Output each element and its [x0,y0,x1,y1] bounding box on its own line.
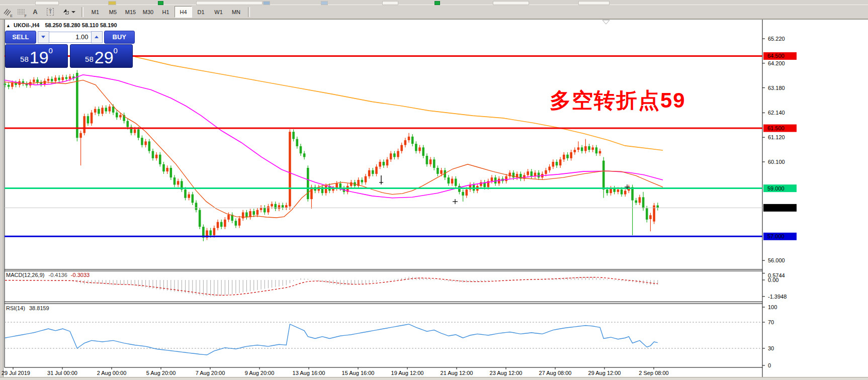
candle [87,114,90,126]
rsi-tick-label: 100 [768,304,777,310]
candle [375,164,378,176]
candle [635,198,637,205]
candle [390,151,392,162]
price-badge-label: 57.000 [767,233,785,239]
date-label: 21 Aug 12:00 [441,370,473,376]
price-badge-label: 59.000 [767,185,785,192]
candle [278,203,281,211]
candle [264,205,266,215]
symbol-arrow-icon: ▲ [6,23,11,28]
spinner-up-icon [95,36,99,38]
symbol-period-label: UKOil-,H4 [14,22,39,28]
candle [282,203,284,210]
rsi-value: 38.8159 [29,305,49,311]
candle [91,110,93,126]
price-tick-label: 63.180 [768,85,785,91]
date-label: 29 Jul 2019 [2,370,30,376]
rsi-name: RSI(14) [6,305,25,311]
sell-price-main: 19 [30,49,49,66]
candle [400,143,403,154]
price-axis[interactable]: 65.22064.20063.18062.14061.12060.10056.0… [762,36,797,368]
horizontal-lines-layer [5,56,762,237]
candle [170,165,172,180]
candle [192,192,194,205]
candle [292,129,295,141]
date-label: 31 Jul 00:00 [47,370,77,376]
candle [83,114,85,135]
candle [591,145,594,152]
macd-panel [5,276,658,296]
candle [613,186,616,195]
candle [494,175,497,186]
date-label: 13 Aug 16:00 [293,370,325,376]
candle [383,159,385,168]
ohlc-values: 58.250 58.280 58.110 58.190 [45,22,117,28]
candle [357,177,360,188]
rsi-line [5,324,658,355]
window-bottom-strip [0,377,868,380]
candle [40,80,42,86]
buy-price-prefix: 58 [85,53,94,66]
price-badge-label: 58.190 [767,205,785,211]
chart-title: ▲ UKOil-,H4 58.250 58.280 58.110 58.190 [6,22,117,28]
candle [141,135,143,147]
candle [249,209,251,220]
candle [274,202,277,211]
candle [184,187,187,200]
sell-price-sup: 0 [49,47,53,54]
candle [94,107,97,115]
candle [335,181,338,191]
date-label: 19 Aug 12:00 [391,370,424,376]
volume-increase-button[interactable] [91,31,103,43]
candle [491,175,493,183]
candle [162,162,165,174]
buy-button-label: BUY [113,33,126,41]
candle [199,208,201,229]
macd-signal-value: -0.3033 [71,272,90,278]
candle [58,75,60,82]
candle [44,78,46,86]
candle [451,176,454,186]
candle [245,210,248,220]
candle [109,104,111,114]
candle [570,150,572,161]
candle [527,169,529,177]
candle [448,175,450,186]
candle [563,152,565,162]
candle [577,141,580,152]
candle [368,168,371,179]
candle [552,159,555,169]
candle [36,77,39,85]
candle [29,79,32,87]
candle [173,175,176,187]
candle [426,153,428,166]
date-axis[interactable]: 29 Jul 201931 Jul 00:002 Aug 00:005 Aug … [2,367,669,376]
candle [22,79,25,86]
date-label: 23 Aug 12:00 [490,370,523,376]
price-tick-label: 56.000 [768,257,785,263]
volume-decrease-button[interactable] [38,31,49,43]
candle [195,201,198,213]
candle [8,82,10,89]
sell-price-panel[interactable]: 58 19 0 [5,44,68,68]
buy-price-panel[interactable]: 58 29 0 [70,44,133,68]
candle [653,203,655,224]
candle [202,224,205,241]
rsi-tick-label: 70 [768,319,774,325]
buy-button[interactable]: BUY [104,31,135,44]
sell-button[interactable]: SELL [5,31,36,44]
volume-input[interactable] [49,32,91,43]
rsi-tick-label: 30 [768,345,774,351]
candle [393,151,396,159]
chart-shift-marker-icon[interactable] [602,20,610,24]
candle [566,152,569,161]
candle [116,110,118,120]
candle [534,170,537,179]
candle [231,212,233,223]
candle [404,138,407,147]
sell-price-prefix: 58 [20,53,29,66]
candle [152,149,154,161]
candle [206,228,208,240]
date-label: 9 Aug 20:00 [245,370,275,376]
candle [411,134,414,146]
